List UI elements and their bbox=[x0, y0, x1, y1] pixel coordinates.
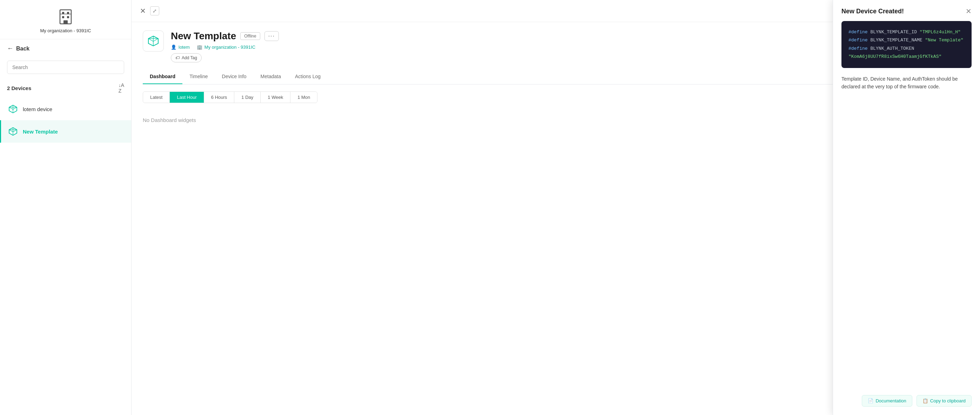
cube-logo-icon bbox=[147, 35, 159, 48]
documentation-button[interactable]: 📄 Documentation bbox=[862, 395, 912, 407]
tab-metadata[interactable]: Metadata bbox=[254, 70, 288, 84]
add-tag-label: Add Tag bbox=[182, 55, 197, 60]
time-tabs: Latest Last Hour 6 Hours 1 Day 1 Week 1 … bbox=[143, 92, 317, 103]
time-tab-1-mon[interactable]: 1 Mon bbox=[290, 92, 317, 103]
time-tab-latest[interactable]: Latest bbox=[143, 92, 170, 103]
device-name-lotem: lotem device bbox=[23, 106, 52, 112]
right-panel: New Device Created! ✕ #define BLYNK_TEMP… bbox=[833, 0, 980, 415]
meta-org-name: My organization - 9391IC bbox=[205, 44, 255, 50]
org-name: My organization - 9391IC bbox=[40, 28, 91, 33]
device-logo bbox=[143, 30, 164, 52]
back-label: Back bbox=[16, 46, 29, 52]
add-tag-button[interactable]: 🏷 Add Tag bbox=[171, 53, 202, 62]
tab-timeline[interactable]: Timeline bbox=[182, 70, 215, 84]
svg-rect-3 bbox=[62, 16, 64, 18]
code-line-1: #define BLYNK_TEMPLATE_ID "TMPL6z4ulHn_H… bbox=[848, 28, 964, 36]
meta-user-name: lotem bbox=[178, 44, 190, 50]
code-line-2: #define BLYNK_TEMPLATE_NAME "New Templat… bbox=[848, 36, 964, 44]
org-meta-icon: 🏢 bbox=[197, 44, 202, 50]
back-button[interactable]: ← Back bbox=[0, 39, 131, 58]
code-auth-token-value: "KomA6j8UU7fR8ixSw6H0TaamjGfKTkAS" bbox=[848, 52, 964, 61]
sidebar-header: My organization - 9391IC bbox=[0, 0, 131, 39]
device-name-new-template: New Template bbox=[23, 128, 58, 135]
tag-icon: 🏷 bbox=[175, 55, 180, 60]
code-keyword-3: BLYNK_AUTH_TOKEN bbox=[870, 46, 914, 51]
right-panel-title: New Device Created! bbox=[842, 8, 904, 15]
svg-rect-2 bbox=[67, 12, 69, 14]
device-item-new-template[interactable]: New Template bbox=[0, 120, 131, 143]
time-tab-6-hours[interactable]: 6 Hours bbox=[204, 92, 235, 103]
code-keyword-2: BLYNK_TEMPLATE_NAME bbox=[870, 38, 925, 43]
close-button[interactable]: ✕ bbox=[140, 7, 146, 14]
svg-rect-1 bbox=[62, 12, 64, 14]
code-block: #define BLYNK_TEMPLATE_ID "TMPL6z4ulHn_H… bbox=[842, 21, 972, 68]
time-tab-last-hour[interactable]: Last Hour bbox=[170, 92, 204, 103]
code-string-2: "New Template" bbox=[925, 38, 963, 43]
devices-count: 2 Devices bbox=[7, 85, 31, 91]
expand-button[interactable]: ⤢ bbox=[150, 6, 159, 16]
svg-rect-4 bbox=[67, 16, 69, 18]
copy-icon: 📋 bbox=[923, 398, 928, 404]
doc-icon: 📄 bbox=[868, 398, 873, 404]
doc-btn-label: Documentation bbox=[875, 398, 906, 404]
time-tab-1-week[interactable]: 1 Week bbox=[261, 92, 290, 103]
meta-user[interactable]: 👤 lotem bbox=[171, 44, 190, 50]
code-define-2: #define bbox=[848, 38, 870, 43]
device-list: lotem device New Template bbox=[0, 98, 131, 415]
right-panel-header: New Device Created! ✕ bbox=[833, 0, 980, 21]
copy-to-clipboard-button[interactable]: 📋 Copy to clipboard bbox=[916, 395, 972, 407]
search-input[interactable] bbox=[7, 61, 124, 74]
building-icon bbox=[57, 8, 74, 25]
panel-description: Template ID, Device Name, and AuthToken … bbox=[833, 68, 980, 98]
more-options-button[interactable]: ··· bbox=[264, 31, 279, 41]
devices-header: 2 Devices ↓AZ bbox=[0, 79, 131, 98]
tab-device-info[interactable]: Device Info bbox=[215, 70, 254, 84]
device-cube-icon bbox=[8, 104, 18, 114]
user-icon: 👤 bbox=[171, 44, 177, 50]
meta-org[interactable]: 🏢 My organization - 9391IC bbox=[197, 44, 255, 50]
code-keyword-1: BLYNK_TEMPLATE_ID bbox=[870, 29, 919, 35]
panel-actions: 📄 Documentation 📋 Copy to clipboard bbox=[833, 395, 980, 415]
device-title: New Template bbox=[171, 30, 236, 42]
main-content: ✕ ⤢ New Template Offline ··· bbox=[132, 0, 980, 415]
sort-az-icon[interactable]: ↓AZ bbox=[119, 82, 124, 93]
code-define-3: #define bbox=[848, 46, 870, 51]
time-tab-1-day[interactable]: 1 Day bbox=[234, 92, 261, 103]
status-badge: Offline bbox=[240, 32, 260, 40]
copy-btn-label: Copy to clipboard bbox=[930, 398, 966, 404]
device-cube-icon-active bbox=[8, 127, 18, 136]
device-item-lotem[interactable]: lotem device bbox=[0, 98, 131, 120]
code-string-1: "TMPL6z4ulHn_H" bbox=[920, 29, 961, 35]
code-line-3: #define BLYNK_AUTH_TOKEN bbox=[848, 44, 964, 52]
back-arrow-icon: ← bbox=[7, 45, 13, 52]
code-define-1: #define bbox=[848, 29, 870, 35]
sidebar: My organization - 9391IC ← Back 2 Device… bbox=[0, 0, 132, 415]
tab-actions-log[interactable]: Actions Log bbox=[288, 70, 328, 84]
panel-close-button[interactable]: ✕ bbox=[966, 7, 972, 16]
search-container bbox=[0, 58, 131, 79]
svg-rect-5 bbox=[64, 20, 68, 24]
tab-dashboard[interactable]: Dashboard bbox=[143, 70, 182, 84]
